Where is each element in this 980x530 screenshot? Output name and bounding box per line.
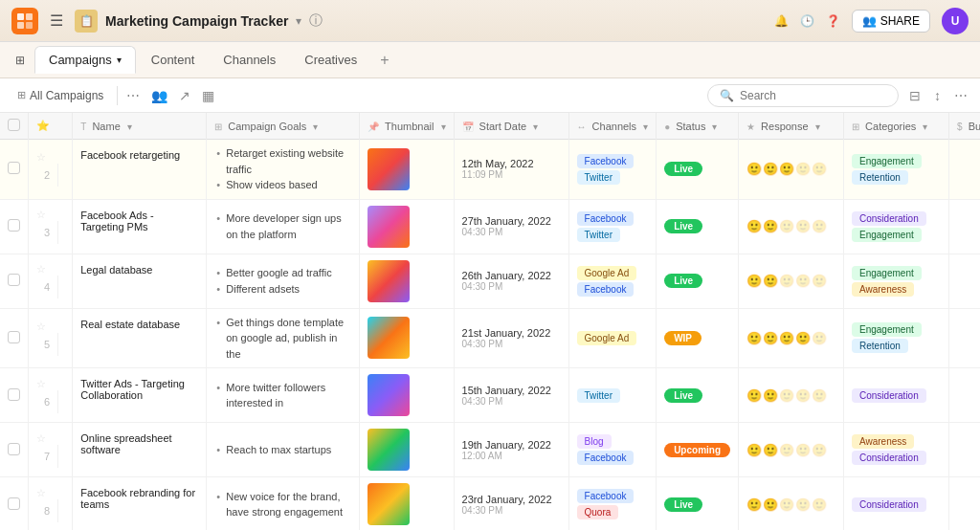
all-campaigns-button[interactable]: ⊞ All Campaigns xyxy=(10,86,111,105)
date-value: 12th May, 2022 xyxy=(462,158,561,169)
row-goals: Reach to max startups xyxy=(207,423,360,477)
row-number: 5 xyxy=(36,333,58,356)
hamburger-icon[interactable]: ☰ xyxy=(46,8,67,33)
col-checkbox-header[interactable] xyxy=(0,113,29,140)
rating-face: 🙂 xyxy=(763,388,778,403)
channel-tag: Facebook xyxy=(577,282,635,297)
view-toggle[interactable]: ⊞ xyxy=(8,50,33,71)
row-goals: New voice for the brand, have strong eng… xyxy=(207,477,360,531)
bell-icon[interactable]: 🔔 xyxy=(774,14,789,28)
share-users-icon: 👥 xyxy=(862,14,877,28)
share-view-icon[interactable]: ↗ xyxy=(176,85,193,106)
row-checkbox[interactable] xyxy=(0,199,29,254)
rating-face: 🙂 xyxy=(746,274,762,288)
rating-face: 🙂 xyxy=(795,497,811,512)
tab-channels[interactable]: Channels xyxy=(210,47,289,73)
row-star[interactable]: ☆8 xyxy=(29,477,73,531)
row-start-date: 12th May, 202211:09 PM xyxy=(454,140,568,200)
row-channels: Twitter xyxy=(568,368,657,423)
time-value: 11:09 PM xyxy=(462,169,561,180)
row-channels: Google Ad xyxy=(568,308,657,368)
thumbnail-image xyxy=(368,483,410,525)
rating-face: 🙂 xyxy=(795,219,811,233)
row-checkbox[interactable] xyxy=(0,477,29,531)
sort-icon[interactable]: ↕ xyxy=(931,85,944,106)
col-categories-header[interactable]: ⊞ Categories ▾ xyxy=(844,113,949,140)
svg-rect-0 xyxy=(17,13,24,20)
row-number: 8 xyxy=(36,499,58,522)
channel-tag: Twitter xyxy=(577,388,620,403)
add-tab-button[interactable]: + xyxy=(372,48,396,73)
category-tag: Consideration xyxy=(852,497,926,512)
row-checkbox[interactable] xyxy=(0,140,29,200)
row-status: Upcoming xyxy=(657,423,739,477)
row-star[interactable]: ☆4 xyxy=(29,254,73,308)
col-channels-header[interactable]: ↔ Channels ▾ xyxy=(568,113,657,140)
app-title: Marketing Campaign Tracker xyxy=(105,13,288,29)
rating-face: 🙂 xyxy=(812,443,827,457)
row-categories: AwarenessConsideration xyxy=(844,423,949,477)
row-star[interactable]: ☆7 xyxy=(29,423,73,477)
row-star[interactable]: ☆2 xyxy=(29,140,73,200)
row-name: Facebook rebranding for teams xyxy=(73,477,207,531)
share-button[interactable]: 👥 SHARE xyxy=(852,10,930,33)
row-star[interactable]: ☆5 xyxy=(29,308,73,368)
campaigns-dropdown-icon[interactable]: ▾ xyxy=(117,55,122,65)
top-nav: ☰ 📋 Marketing Campaign Tracker ▾ ⓘ 🔔 🕒 ❓… xyxy=(0,0,980,42)
row-checkbox[interactable] xyxy=(0,368,29,423)
row-categories: EngagementRetention xyxy=(844,140,949,200)
channel-tag: Facebook xyxy=(577,154,635,168)
row-checkbox[interactable] xyxy=(0,423,29,477)
row-star[interactable]: ☆3 xyxy=(29,199,73,254)
help-icon[interactable]: ❓ xyxy=(826,14,840,28)
row-goals: More developer sign ups on the platform xyxy=(207,199,360,254)
channel-tag: Facebook xyxy=(577,211,635,226)
col-status-header[interactable]: ● Status ▾ xyxy=(657,113,739,140)
tab-bar: ⊞ Campaigns ▾ Content Channels Creatives… xyxy=(0,42,980,78)
time-value: 04:30 PM xyxy=(462,227,561,237)
avatar[interactable]: U xyxy=(942,8,969,34)
col-budget-header[interactable]: $ Budget ▾ xyxy=(949,113,980,140)
more-icon[interactable]: ⋯ xyxy=(951,85,970,106)
share-label: SHARE xyxy=(880,14,920,28)
tab-campaigns[interactable]: Campaigns ▾ xyxy=(34,46,136,74)
row-thumbnail xyxy=(360,423,454,477)
rating-face: 🙂 xyxy=(746,443,762,457)
row-budget: $1,000 xyxy=(949,140,980,200)
tab-creatives[interactable]: Creatives xyxy=(291,47,370,73)
row-thumbnail xyxy=(360,477,454,531)
col-date-header[interactable]: 📅 Start Date ▾ xyxy=(454,113,568,140)
layout-icon[interactable]: ▦ xyxy=(199,85,217,106)
tab-content[interactable]: Content xyxy=(138,47,209,73)
dropdown-icon[interactable]: ▾ xyxy=(296,14,301,28)
thumbnail-image xyxy=(368,260,410,302)
col-name-header[interactable]: T Name ▾ xyxy=(73,113,207,140)
table-header: ⭐ T Name ▾ ⊞ Campaign Goals ▾ 📌 Thumbnai… xyxy=(0,113,980,140)
filter-btn[interactable]: ⊟ xyxy=(906,85,924,106)
search-input[interactable] xyxy=(740,89,886,102)
row-name: Facebook retargeting xyxy=(73,140,207,200)
status-badge: WIP xyxy=(664,331,702,345)
row-budget: $1,200 xyxy=(949,199,980,254)
col-goals-header[interactable]: ⊞ Campaign Goals ▾ xyxy=(207,113,360,140)
rating-face: 🙂 xyxy=(779,331,794,345)
group-icon[interactable]: 👥 xyxy=(148,85,170,106)
col-thumb-header[interactable]: 📌 Thumbnail ▾ xyxy=(360,113,454,140)
search-box[interactable]: 🔍 xyxy=(707,84,899,107)
row-name: Facebook Ads - Targeting PMs xyxy=(73,199,207,254)
app-icon: 📋 xyxy=(75,10,98,33)
row-start-date: 23rd January, 202204:30 PM xyxy=(454,477,568,531)
channel-tag: Facebook xyxy=(577,489,635,503)
row-checkbox[interactable] xyxy=(0,254,29,308)
channel-tag: Google Ad xyxy=(577,331,637,345)
row-star[interactable]: ☆6 xyxy=(29,368,73,423)
date-value: 19th January, 2022 xyxy=(462,439,561,451)
row-checkbox[interactable] xyxy=(0,308,29,368)
rating-face: 🙂 xyxy=(763,274,778,288)
status-badge: Live xyxy=(664,497,702,512)
filter-icon[interactable]: ⋯ xyxy=(123,85,143,106)
history-icon[interactable]: 🕒 xyxy=(800,14,814,28)
col-response-header[interactable]: ★ Response ▾ xyxy=(739,113,844,140)
info-icon[interactable]: ⓘ xyxy=(309,12,323,30)
rating-face: 🙂 xyxy=(779,219,794,233)
